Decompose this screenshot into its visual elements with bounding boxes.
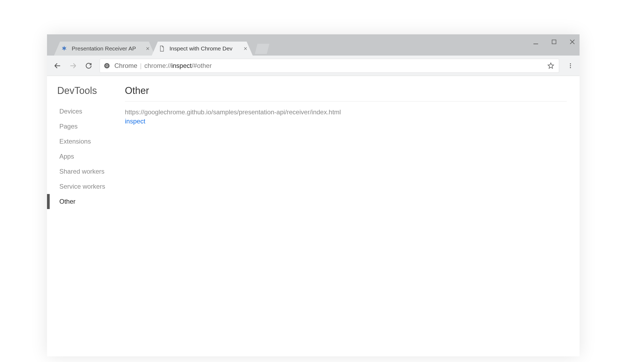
file-icon: [158, 45, 166, 52]
bookmark-star-icon[interactable]: [546, 61, 556, 71]
omnibox-url-host: inspect: [171, 62, 192, 69]
divider: [125, 101, 567, 101]
sidebar-item-label: Devices: [59, 108, 82, 115]
back-button[interactable]: [51, 59, 64, 72]
inspect-target: https://googlechrome.github.io/samples/p…: [125, 108, 567, 125]
browser-window: Presentation Receiver AP Inspect with Ch…: [47, 34, 580, 356]
sidebar-item-label: Apps: [59, 153, 74, 160]
svg-point-5: [570, 65, 571, 66]
omnibox-origin-label: Chrome: [114, 62, 137, 70]
omnibox-url-suffix: /#other: [192, 62, 212, 69]
target-url: https://googlechrome.github.io/samples/p…: [125, 108, 567, 116]
svg-rect-0: [552, 40, 556, 44]
forward-button[interactable]: [66, 59, 80, 72]
sidebar-item-apps[interactable]: Apps: [47, 149, 116, 164]
close-icon[interactable]: [243, 46, 248, 52]
omnibox-url-prefix: chrome://: [144, 62, 171, 69]
window-controls: [531, 34, 577, 49]
page-content: DevTools Devices Pages Extensions Apps S…: [47, 76, 580, 356]
sidebar-title: DevTools: [47, 85, 116, 96]
sidebar-item-label: Other: [59, 198, 75, 205]
sidebar-item-label: Pages: [59, 123, 78, 130]
toolbar: Chrome | chrome://inspect/#other: [47, 56, 580, 76]
svg-point-3: [106, 65, 108, 67]
sidebar-item-pages[interactable]: Pages: [47, 119, 116, 134]
omnibox-url: chrome://inspect/#other: [144, 62, 212, 70]
sidebar-item-label: Shared workers: [59, 168, 104, 175]
omnibox-separator: |: [140, 62, 142, 70]
sidebar-item-devices[interactable]: Devices: [47, 104, 116, 119]
svg-point-6: [570, 67, 571, 68]
sidebar: DevTools Devices Pages Extensions Apps S…: [47, 76, 116, 356]
minimize-button[interactable]: [531, 37, 540, 46]
chrome-icon: [103, 62, 111, 70]
sidebar-item-extensions[interactable]: Extensions: [47, 134, 116, 149]
new-tab-button[interactable]: [255, 44, 269, 54]
reload-button[interactable]: [82, 59, 95, 72]
inspect-link[interactable]: inspect: [125, 118, 567, 125]
kebab-menu-icon[interactable]: [565, 60, 576, 71]
address-bar[interactable]: Chrome | chrome://inspect/#other: [100, 59, 559, 73]
tab-title: Inspect with Chrome Dev: [169, 45, 240, 52]
close-icon[interactable]: [145, 46, 151, 52]
svg-point-4: [570, 63, 571, 64]
close-window-button[interactable]: [568, 37, 577, 46]
page-title: Other: [125, 85, 567, 96]
tab-presentation-receiver[interactable]: Presentation Receiver AP: [54, 42, 155, 56]
sidebar-item-other[interactable]: Other: [47, 194, 116, 209]
sidebar-item-shared-workers[interactable]: Shared workers: [47, 164, 116, 179]
maximize-button[interactable]: [549, 37, 559, 46]
tab-inspect-chrome-dev[interactable]: Inspect with Chrome Dev: [152, 42, 253, 56]
sidebar-item-service-workers[interactable]: Service workers: [47, 179, 116, 194]
main-panel: Other https://googlechrome.github.io/sam…: [116, 76, 580, 356]
sidebar-item-label: Service workers: [59, 183, 105, 190]
tab-title: Presentation Receiver AP: [72, 45, 143, 52]
sidebar-item-label: Extensions: [59, 138, 91, 145]
asterisk-icon: [60, 45, 68, 52]
tab-strip: Presentation Receiver AP Inspect with Ch…: [47, 34, 580, 56]
